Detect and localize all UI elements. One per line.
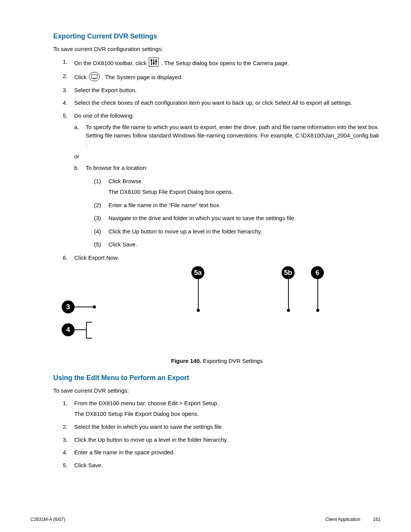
section1-lead: To save current DVR configuration settin…	[53, 46, 381, 52]
paren-1: (1) Click Browse. The DX8100 Setup File …	[94, 177, 381, 197]
step-num: 3.	[63, 436, 68, 444]
step-text: Click the Up button to move up a level i…	[74, 436, 228, 443]
figure-caption: Figure 140. Exporting DVR Settings	[53, 358, 381, 364]
section1-title: Exporting Current DVR Settings	[53, 32, 381, 40]
paren-5: (5) Click Save.	[94, 240, 381, 249]
step-num: 5.	[63, 461, 68, 470]
callout-line-3	[75, 307, 94, 307]
s2-step-5: 5. Click Save.	[63, 461, 381, 470]
footer-left: C2631M-A (6/07)	[30, 517, 65, 522]
callout-dot-5a	[197, 309, 200, 312]
figure-caption-label: Figure 140.	[171, 358, 201, 364]
step-text: Select the check boxes of each configura…	[74, 99, 352, 106]
step5a: a. To specify the file name to which you…	[74, 123, 381, 149]
step-6: 6. Click Export Now.	[63, 254, 381, 262]
step-text: From the DX8100 menu bar, choose Edit > …	[74, 400, 219, 406]
footer-right: Client Application 161	[325, 517, 381, 522]
step-num: 2.	[63, 423, 68, 431]
step-2: 2. Click . The System page is displayed.	[63, 72, 381, 81]
step-5: 5. Do one of the following: a. To specif…	[63, 112, 381, 249]
step-num: 1.	[63, 399, 68, 407]
callout-5a: 5a	[191, 266, 204, 279]
step-num: 4.	[63, 448, 68, 457]
callout-badge-3: 3	[62, 300, 75, 313]
step5-sub-b: b. To browse for a location: (1) Click B…	[74, 164, 381, 249]
paren-num: (5)	[94, 240, 101, 249]
paren-extra: The DX8100 Setup File Export Dialog box …	[108, 188, 381, 197]
callout-badge-5b: 5b	[282, 266, 295, 279]
step-text-post: . The System page is displayed.	[102, 74, 183, 80]
step-num: 1.	[63, 58, 68, 66]
step5b: b. To browse for a location: (1) Click B…	[74, 164, 381, 249]
callout-dot-5b	[287, 309, 290, 312]
system-icon	[89, 72, 100, 81]
step-text: Enter a file name in the space provided.	[74, 449, 175, 455]
step-text-pre: On the DX8100 toolbar, click	[74, 60, 148, 66]
step-text: Select the folder in which you want to s…	[74, 423, 223, 430]
callout-badge-4: 4	[62, 323, 75, 336]
footer-section: Client Application	[325, 517, 360, 522]
section1-steps: 1. On the DX8100 toolbar, click . The Se…	[63, 58, 381, 262]
step-4: 4. Select the check boxes of each config…	[63, 99, 381, 107]
callout-line-5a	[198, 279, 199, 310]
paren-num: (4)	[94, 227, 101, 236]
page: Exporting Current DVR Settings To save c…	[0, 0, 411, 532]
step-num: 3.	[63, 86, 68, 94]
s2-step-2: 2. Select the folder in which you want t…	[63, 423, 381, 431]
step-num: 6.	[63, 254, 68, 262]
callout-bracket-4	[86, 322, 92, 339]
figure-diagram: 5a 5b 6 3 4	[53, 266, 381, 358]
sub-text: To specify the file name to which you wa…	[86, 124, 379, 147]
callout-5b: 5b	[282, 266, 295, 279]
figure-caption-text: Exporting DVR Settings	[201, 358, 263, 364]
callout-dot-6	[316, 309, 319, 312]
paren-text: Enter a file name in the “File name” tex…	[108, 202, 221, 208]
step5-sub: a. To specify the file name to which you…	[74, 123, 381, 149]
callout-dot-3	[93, 305, 96, 308]
step-text: Do one of the following:	[74, 112, 134, 119]
callout-line-6	[317, 279, 318, 310]
s2-step-1: 1. From the DX8100 menu bar, choose Edit…	[63, 399, 381, 418]
paren-2: (2) Enter a file name in the “File name”…	[94, 201, 381, 210]
paren-text: Click Save.	[108, 241, 137, 248]
paren-3: (3) Navigate to the drive and folder in …	[94, 214, 381, 223]
step-text: Click Save.	[74, 462, 103, 468]
callout-badge-6: 6	[311, 266, 324, 279]
step-text-pre: Click	[74, 74, 88, 80]
paren-num: (2)	[94, 201, 101, 210]
step-text: Select the Export button.	[74, 87, 137, 93]
paren-num: (3)	[94, 214, 101, 223]
step-num: 5.	[63, 112, 68, 120]
step-num: 4.	[63, 99, 68, 107]
step-1: 1. On the DX8100 toolbar, click . The Se…	[63, 58, 381, 67]
step-3: 3. Select the Export button.	[63, 86, 381, 94]
section2-title: Using the Edit Menu to Perform an Export	[53, 374, 381, 382]
section2-steps: 1. From the DX8100 menu bar, choose Edit…	[63, 399, 381, 470]
s2-step-3: 3. Click the Up button to move up a leve…	[63, 436, 381, 444]
paren-text: Navigate to the drive and folder in whic…	[108, 215, 296, 221]
callout-3: 3	[62, 300, 75, 313]
sub-num: a.	[74, 123, 79, 132]
callout-line-5b	[288, 279, 289, 310]
sub-text: To browse for a location:	[86, 165, 148, 171]
section2-lead: To save current DVR settings:	[53, 387, 381, 394]
footer-page-number: 161	[373, 517, 381, 522]
step-text-post: . The Setup dialog box opens to the Came…	[161, 60, 289, 66]
s2-step-4: 4. Enter a file name in the space provid…	[63, 448, 381, 457]
or-separator: or	[74, 152, 381, 161]
step-num: 2.	[63, 72, 68, 80]
callout-badge-5a: 5a	[191, 266, 204, 279]
callout-line-4	[75, 329, 86, 330]
paren-text: Click the Up button to move up a level i…	[108, 228, 262, 235]
sub-num: b.	[74, 164, 79, 173]
step-text: Click Export Now.	[74, 254, 119, 261]
callout-4: 4	[62, 323, 75, 336]
setup-icon	[149, 58, 159, 67]
step-extra: The DX8100 Setup File Export Dialog box …	[74, 410, 381, 418]
paren-text: Click Browse.	[108, 178, 143, 184]
step5b-paren: (1) Click Browse. The DX8100 Setup File …	[94, 177, 381, 249]
paren-4: (4) Click the Up button to move up a lev…	[94, 227, 381, 236]
callout-6: 6	[311, 266, 324, 279]
paren-num: (1)	[94, 177, 101, 186]
